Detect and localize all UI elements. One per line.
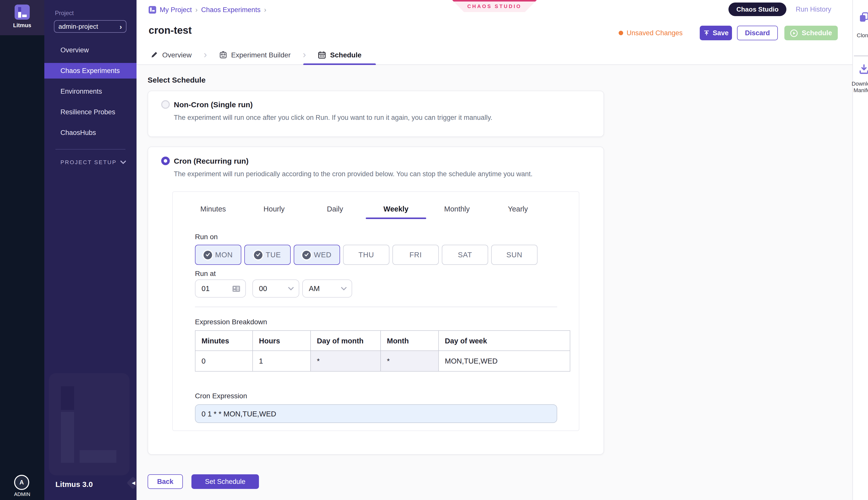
select-schedule-heading: Select Schedule (148, 76, 853, 84)
top-bar: My Project › Chaos Experiments › CHAOS S… (136, 0, 853, 19)
sidebar-item-chaos-experiments[interactable]: Chaos Experiments (44, 63, 136, 79)
title-actions: Unsaved Changes Save Discard Schedule (619, 26, 838, 40)
logo-label: Litmus (0, 22, 44, 28)
avatar[interactable]: A (14, 475, 29, 490)
cron-card: Cron (Recurring run) The experiment will… (148, 147, 604, 455)
chevron-right-icon: › (303, 49, 306, 60)
chevron-right-icon: › (204, 49, 207, 60)
freq-tab-weekly[interactable]: Weekly (376, 204, 416, 214)
view-toggle: Chaos Studio Run History (728, 2, 831, 16)
version-label: Litmus 3.0 (55, 480, 93, 488)
avatar-label: ADMIN (0, 491, 44, 497)
time-row: 01 00 AM (195, 280, 579, 298)
ribbon-label: CHAOS STUDIO (452, 3, 537, 9)
run-history-toggle[interactable]: Run History (796, 5, 831, 13)
right-rail-divider (854, 55, 868, 56)
cron-description: The experiment will run periodically acc… (174, 170, 590, 178)
cron-expression-input[interactable]: 0 1 * * MON,TUE,WED (195, 404, 557, 423)
chevron-down-icon (341, 287, 347, 290)
left-rail: Litmus A ADMIN (0, 0, 44, 500)
day-button-sun[interactable]: SUN (491, 245, 538, 265)
tab-schedule[interactable]: Schedule (318, 45, 362, 65)
day-button-sat[interactable]: SAT (442, 245, 488, 265)
breadcrumb-my-project[interactable]: My Project (160, 6, 192, 13)
right-rail: Clone Download Manifest (853, 0, 868, 500)
days-row: MON TUE WED THU FRI SAT SUN (195, 245, 579, 265)
unsaved-dot-icon (619, 31, 623, 35)
breadcrumb-chaos-experiments[interactable]: Chaos Experiments (201, 6, 261, 13)
discard-button[interactable]: Discard (737, 26, 778, 40)
freq-tab-hourly[interactable]: Hourly (254, 204, 294, 214)
clone-label: Clone (857, 32, 868, 39)
sidebar-item-resilience-probes[interactable]: Resilience Probes (44, 104, 136, 120)
download-label-2: Manifest (853, 87, 868, 94)
day-button-tue[interactable]: TUE (244, 245, 291, 265)
sidebar-item-overview[interactable]: Overview (44, 42, 136, 58)
sidebar: Project admin-project › Overview Chaos E… (44, 0, 136, 500)
ribbon-top-bar (452, 0, 537, 1)
builder-icon (219, 50, 227, 59)
litmus-logo-icon (15, 4, 30, 20)
expression-breakdown-table: Minutes Hours Day of month Month Day of … (195, 330, 570, 372)
day-button-thu[interactable]: THU (343, 245, 390, 265)
breadcrumb: My Project › Chaos Experiments › (149, 0, 266, 19)
non-cron-description: The experiment will run once after you c… (174, 113, 590, 122)
non-cron-radio[interactable] (161, 100, 170, 109)
freq-tab-minutes[interactable]: Minutes (193, 204, 233, 214)
pencil-icon (151, 51, 158, 58)
chevron-down-icon (288, 287, 294, 290)
hour-input[interactable]: 01 (195, 280, 246, 298)
freq-tab-monthly[interactable]: Monthly (437, 204, 477, 214)
title-bar: cron-test Unsaved Changes Save Discard S… (136, 19, 853, 45)
expression-breakdown-label: Expression Breakdown (195, 317, 579, 326)
table-header-row: Minutes Hours Day of month Month Day of … (195, 331, 570, 351)
clone-action[interactable]: Clone (853, 11, 868, 39)
unsaved-changes-badge: Unsaved Changes (619, 29, 683, 37)
project-label: Project (55, 10, 74, 16)
day-button-wed[interactable]: WED (294, 245, 340, 265)
schedule-content: Select Schedule Non-Cron (Single run) Th… (136, 65, 853, 500)
clone-icon (858, 11, 868, 23)
play-circle-icon (790, 29, 798, 37)
calendar-icon (318, 50, 326, 59)
sidebar-divider (55, 149, 125, 149)
step-tabs: Overview › Experiment Builder › Schedule (136, 45, 853, 65)
download-label: Download (852, 81, 868, 87)
cron-expression-label: Cron Expression (195, 391, 579, 400)
project-select[interactable]: admin-project › (54, 20, 126, 33)
project-setup-toggle[interactable]: PROJECT SETUP (60, 159, 126, 165)
check-icon (204, 250, 212, 259)
page-title: cron-test (149, 25, 192, 36)
time-picker-icon (232, 285, 240, 292)
footer-actions: Back Set Schedule (148, 474, 853, 489)
sidebar-item-environments[interactable]: Environments (44, 83, 136, 99)
frequency-tabs: Minutes Hourly Daily Weekly Monthly Year… (193, 204, 579, 214)
day-button-mon[interactable]: MON (195, 245, 241, 265)
tab-overview[interactable]: Overview (151, 45, 192, 65)
divider (195, 307, 557, 307)
download-manifest-action[interactable]: Download Manifest (853, 64, 868, 94)
freq-tab-yearly[interactable]: Yearly (498, 204, 538, 214)
download-icon (858, 64, 868, 75)
sidebar-item-chaoshubs[interactable]: ChaosHubs (44, 125, 136, 140)
schedule-button[interactable]: Schedule (785, 26, 838, 40)
freq-tab-daily[interactable]: Daily (315, 204, 355, 214)
litmus-mini-logo-icon (149, 6, 156, 13)
chevron-down-icon (121, 160, 126, 164)
back-button[interactable]: Back (148, 474, 183, 489)
chevron-right-icon: › (120, 23, 122, 30)
tab-experiment-builder[interactable]: Experiment Builder (219, 45, 291, 65)
cron-settings-box: Minutes Hourly Daily Weekly Monthly Year… (172, 191, 579, 431)
breadcrumb-separator: › (195, 6, 198, 13)
pin-icon (703, 30, 710, 36)
save-button[interactable]: Save (700, 26, 732, 40)
set-schedule-button[interactable]: Set Schedule (191, 474, 259, 489)
chaos-studio-toggle[interactable]: Chaos Studio (728, 2, 787, 16)
project-select-value: admin-project (58, 23, 98, 30)
day-button-fri[interactable]: FRI (393, 245, 439, 265)
cron-title: Cron (Recurring run) (174, 157, 249, 165)
cron-radio[interactable] (161, 157, 170, 165)
ampm-select[interactable]: AM (302, 280, 352, 298)
minute-select[interactable]: 00 (252, 280, 299, 298)
logo-block[interactable]: Litmus (0, 0, 44, 35)
